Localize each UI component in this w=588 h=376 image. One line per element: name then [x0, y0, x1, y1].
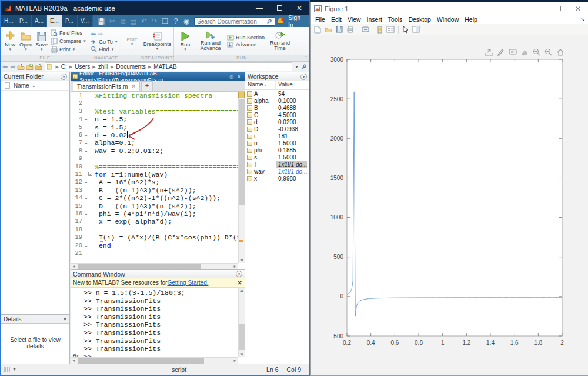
figure-menu-view[interactable]: View — [348, 16, 361, 23]
back-arrow-icon[interactable]: ⬅︎ — [91, 30, 96, 38]
code-line-10[interactable]: 10%=====================================… — [71, 163, 238, 171]
undo-icon[interactable]: ↶ — [140, 17, 148, 25]
edit-button[interactable]: EDIT▼ — [126, 37, 138, 46]
run-and-advance-button[interactable]: Run and Advance — [198, 31, 223, 52]
close-button[interactable]: ✕ — [568, 2, 588, 16]
community-icon[interactable]: ◉ — [182, 17, 191, 25]
command-vertical-scrollbar[interactable]: ▲ ▼ — [238, 288, 245, 357]
ribbon-tab-4[interactable]: P... — [62, 15, 78, 27]
address-search-icon[interactable]: 🔎︎ — [301, 64, 307, 70]
workspace-row-n[interactable]: n1.5000 — [245, 139, 309, 147]
code-line-16[interactable]: 16- phi = (4*pi*n*d)/wav(i); — [71, 210, 238, 218]
code-line-3[interactable]: 3%test variables========================… — [71, 108, 238, 115]
breadcrumb-item[interactable]: Documents — [116, 64, 146, 70]
code-line-13[interactable]: 13- B = ((n-1)^3)*(n+(s^2)); — [71, 187, 238, 194]
panel-menu-icon[interactable]: ▾ — [300, 74, 307, 80]
code-line-8[interactable]: 8-wav = 0.2:0.01:2; — [71, 147, 238, 155]
code-area[interactable]: 1%Fitting transmission spectra23%test va… — [71, 92, 238, 263]
code-analyzer-marker[interactable] — [239, 240, 243, 242]
figure-menu-help[interactable]: Help — [465, 16, 477, 23]
find-files-button[interactable]: Find Files — [51, 29, 86, 36]
figure-menu-window[interactable]: Window — [437, 16, 459, 23]
run-and-time-button[interactable]: Run and Time — [268, 31, 292, 52]
code-line-2[interactable]: 2 — [71, 99, 238, 107]
code-line-19[interactable]: 19- T(i) = (A*x)/(B-(C*x*cos(phi))-D*(x^… — [71, 234, 238, 241]
minimize-button[interactable]: — — [249, 1, 269, 15]
advance-button[interactable]: Advance — [227, 42, 265, 48]
up-folder-icon[interactable] — [17, 64, 25, 70]
workspace-row-i[interactable]: i181 — [245, 132, 309, 139]
code-line-14[interactable]: 14- C = 2*((n^2)-1*((n^2)-(s^2))); — [71, 194, 238, 202]
sign-in-link[interactable]: Sign In — [288, 14, 306, 28]
forward-arrow-icon[interactable]: ➡︎ — [98, 30, 103, 38]
command-prompt[interactable]: >> — [83, 353, 92, 357]
figure-menu-insert[interactable]: Insert — [367, 16, 382, 23]
copy-icon[interactable]: ⧉ — [119, 17, 127, 25]
breadcrumb-item[interactable]: zhill — [98, 64, 108, 70]
maximize-button[interactable] — [269, 1, 289, 15]
workspace-row-T[interactable]: T1x181 do... — [245, 161, 309, 168]
save-button[interactable]: Save▼ — [35, 32, 48, 51]
editor-tab[interactable]: TransmissionFits.m ✕ — [73, 81, 140, 91]
ribbon-tab-3[interactable]: E... — [47, 15, 62, 27]
editor-close-icon[interactable]: ✕ — [235, 74, 243, 79]
code-line-6[interactable]: 6-d = 0.02; — [71, 131, 238, 139]
save-icon[interactable] — [98, 18, 106, 25]
paste-icon[interactable]: ▤ — [129, 17, 138, 25]
edit-plot-icon[interactable] — [402, 26, 409, 34]
ribbon-tab-5[interactable]: V... — [78, 15, 93, 27]
workspace-row-s[interactable]: s1.5000 — [245, 154, 309, 161]
current-folder-column-header[interactable]: Name ▴ — [1, 81, 69, 91]
getting-started-link[interactable]: Getting Started. — [167, 279, 208, 286]
switch-windows-icon[interactable]: ❏ — [161, 17, 169, 25]
workspace-row-B[interactable]: B0.4688 — [245, 104, 309, 111]
workspace-column-headers[interactable]: Name ▴ Value — [245, 81, 309, 90]
tab-close-icon[interactable]: ✕ — [131, 84, 136, 89]
code-line-17[interactable]: 17- x = exp(-alpha*d); — [71, 218, 238, 225]
insert-legend-icon[interactable] — [386, 26, 395, 33]
breakpoints-button[interactable]: Breakpoints▼ — [143, 32, 172, 51]
code-line-1[interactable]: 1%Fitting transmission spectra — [71, 92, 238, 99]
print-button[interactable]: Print▼ — [51, 46, 86, 53]
code-line-18[interactable]: 18 — [71, 226, 238, 234]
code-line-12[interactable]: 12- A = 16*(n^2)*s; — [71, 178, 238, 186]
address-dropdown-icon[interactable]: ▼ — [295, 65, 299, 69]
transmission-plot[interactable]: 0.20.40.60.811.21.41.61.82-5000500100015… — [311, 35, 588, 376]
workspace-row-D[interactable]: D-0.0938 — [245, 125, 309, 132]
code-line-7[interactable]: 7-alpha=0.1; — [71, 139, 238, 147]
property-inspector-icon[interactable] — [412, 26, 420, 33]
workspace-row-phi[interactable]: phi0.1885 — [245, 147, 309, 154]
code-line-20[interactable]: 20- end — [71, 242, 238, 249]
code-line-4[interactable]: 4-n = 1.5; — [71, 115, 238, 123]
editor-menu-icon[interactable]: ◎ — [228, 74, 235, 79]
help-icon[interactable]: ? — [172, 17, 180, 25]
code-line-5[interactable]: 5-s = 1.5; — [71, 124, 238, 131]
grip-icon[interactable]: ▼ — [4, 367, 16, 372]
figure-menu-file[interactable]: File — [315, 16, 325, 23]
maximize-button[interactable] — [548, 2, 568, 16]
banner-close-icon[interactable]: ✕ — [238, 279, 242, 286]
close-button[interactable]: ✕ — [289, 1, 309, 15]
browse-folder-icon[interactable] — [35, 64, 42, 70]
new-button[interactable]: New▼ — [4, 31, 17, 51]
workspace-row-alpha[interactable]: alpha0.1000 — [245, 97, 309, 104]
redo-icon[interactable]: ↷ — [151, 17, 159, 25]
minimize-button[interactable]: — — [528, 2, 548, 16]
find-button[interactable]: Find▼ — [91, 46, 118, 52]
workspace-row-wav[interactable]: wav1x181 do... — [245, 168, 309, 175]
compare-button[interactable]: Compare▼ — [51, 38, 86, 45]
collapse-ribbon-icon[interactable]: ⌃ — [303, 55, 308, 61]
new-tab-button[interactable]: + — [141, 81, 153, 91]
breadcrumb-item[interactable]: Users — [75, 64, 90, 70]
run-section-button[interactable]: Run Section — [227, 35, 265, 41]
link-plot-icon[interactable] — [362, 26, 369, 33]
panel-menu-icon[interactable]: ▾ — [61, 74, 67, 80]
editor-vertical-scrollbar[interactable]: ▲ ▼ — [238, 92, 245, 263]
code-line-21[interactable]: 21 — [71, 249, 238, 257]
run-button[interactable]: Run▼ — [176, 31, 194, 51]
goto-button[interactable]: Go To▼ — [91, 39, 118, 45]
search-input[interactable] — [194, 17, 275, 26]
code-line-11[interactable]: 11--for i=1:numel(wav) — [71, 171, 238, 178]
panel-menu-icon[interactable]: ▾ — [236, 271, 242, 277]
command-horizontal-scrollbar[interactable]: ◂ ▸ — [71, 357, 238, 364]
